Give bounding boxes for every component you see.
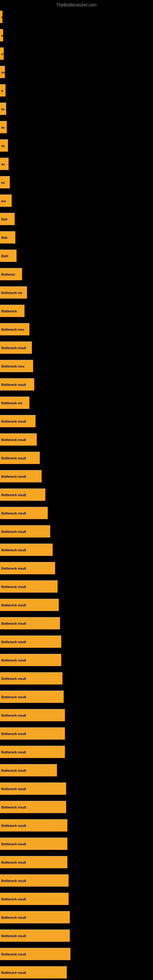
bottleneck-bar-container: Bottleneck result — [0, 929, 70, 942]
bottleneck-bar: Bottleneck result — [0, 783, 66, 795]
bottleneck-bar: Bottleneck result — [0, 470, 41, 482]
bottleneck-bar-container: Bottleneck result — [0, 746, 65, 758]
bottleneck-bar-container: B — [0, 48, 4, 60]
bottleneck-bar-container: Bottleneck result — [0, 378, 34, 390]
bottleneck-bar-container: Bottleneck result — [0, 856, 67, 868]
bottleneck-bar-container: Bottleneck resu — [0, 360, 33, 372]
bottleneck-bar: Bottleneck result — [0, 727, 65, 740]
bottleneck-bar-container: Bo — [0, 139, 8, 151]
bottleneck-bar-container: Bottleneck result — [0, 764, 57, 776]
bottleneck-bar: Bottleneck result — [0, 929, 70, 942]
bottleneck-bar-container: Bottleneck result — [0, 874, 69, 886]
bottleneck-bar-container: Bottlenec — [0, 268, 22, 280]
bottleneck-bar: Bottleneck result — [0, 635, 61, 648]
bottleneck-bar: Bottleneck res — [0, 396, 29, 409]
bottleneck-bar: Bottleneck result — [0, 966, 67, 978]
bottleneck-bar-container: Bottleneck result — [0, 470, 41, 482]
bottleneck-bar-container: Bot — [0, 194, 12, 207]
bottleneck-bar: Bottleneck resu — [0, 323, 29, 335]
bottleneck-bar: Bott — [0, 213, 15, 225]
bottleneck-bar-container: Bottleneck result — [0, 727, 65, 740]
bottleneck-bar-container: Bottleneck result — [0, 342, 32, 354]
bottleneck-bar-container: Bottleneck result — [0, 819, 67, 832]
bottleneck-bar-container: Bottleneck result — [0, 488, 45, 501]
bottleneck-bar: Bottl — [0, 250, 16, 262]
bottleneck-bar: Bottleneck result — [0, 801, 66, 813]
bottleneck-bar: Bo — [0, 139, 8, 151]
bottleneck-bar-container: B — [0, 29, 3, 41]
bottleneck-bar: Bottleneck result — [0, 746, 65, 758]
bottleneck-bar-container: Bottleneck result — [0, 783, 66, 795]
bottleneck-bar-container: Bottleneck result — [0, 452, 40, 464]
bottleneck-bar: Bottleneck result — [0, 378, 34, 390]
bottleneck-bar: B — [0, 48, 4, 60]
bottleneck-bar: Bo — [0, 121, 7, 133]
bottleneck-bar-container: B — [0, 84, 5, 97]
bottleneck-bar-container: Bottleneck result — [0, 433, 37, 445]
bottleneck-bar: Bottleneck result — [0, 507, 48, 519]
bottleneck-bar: Bottleneck result — [0, 874, 69, 886]
bottleneck-bar: Bottleneck result — [0, 672, 62, 684]
site-title: TheBottlenecker.com — [56, 2, 97, 7]
bottleneck-bar: Bottleneck result — [0, 525, 50, 538]
bottleneck-bar: B — [0, 29, 3, 41]
bottleneck-bar: Bottleneck result — [0, 544, 53, 556]
bottleneck-bar-container: Bottleneck result — [0, 893, 69, 905]
bottleneck-bar-container: Bott — [0, 231, 15, 243]
bottleneck-bar-container: Bottleneck result — [0, 562, 55, 574]
bottleneck-bar: Bottleneck result — [0, 819, 67, 832]
bottleneck-bar-container: Bottleneck result — [0, 635, 61, 648]
bottleneck-bar: Bottleneck result — [0, 562, 55, 574]
bottleneck-bar-container: Bo — [0, 103, 6, 115]
bottleneck-bar: Bottleneck result — [0, 580, 57, 593]
bottleneck-bar: Bottleneck result — [0, 433, 37, 445]
bottleneck-bar-container: Bo — [0, 121, 7, 133]
bottleneck-bar-container: Bottleneck result — [0, 672, 62, 684]
bottleneck-bar: Bottleneck result — [0, 342, 32, 354]
bottleneck-bar-container: Bottleneck result — [0, 838, 67, 850]
bottleneck-bar: Bottleneck result — [0, 488, 45, 501]
bottleneck-bar-container: Bottleneck — [0, 305, 24, 317]
bottleneck-bar-container: Bo — [0, 158, 9, 170]
bottleneck-bar-container: Bo — [0, 66, 5, 78]
bottleneck-bar-container: Bottleneck result — [0, 415, 35, 427]
bottleneck-bar: Bottleneck result — [0, 856, 67, 868]
bottleneck-bar: Bottleneck resu — [0, 360, 33, 372]
bottleneck-bar-container: Bottleneck result — [0, 654, 61, 666]
bottleneck-bar: Bo — [0, 176, 10, 188]
bottleneck-bar: B — [0, 11, 2, 23]
bottleneck-bar-container: Bottl — [0, 250, 16, 262]
bottleneck-bar-container: Bottleneck result — [0, 507, 48, 519]
bottleneck-bar: Bottleneck result — [0, 599, 59, 611]
bottleneck-bar: Bottlenec — [0, 268, 22, 280]
bottleneck-bar-container: Bottleneck result — [0, 966, 67, 978]
bottleneck-bar: Bottleneck result — [0, 764, 57, 776]
bottleneck-bar: Bo — [0, 103, 6, 115]
bottleneck-bar: Bottleneck result — [0, 654, 61, 666]
bottleneck-bar-container: Bottleneck result — [0, 948, 70, 960]
bottleneck-bar-container: Bottleneck result — [0, 911, 70, 923]
bottleneck-bar-container: Bottleneck res — [0, 396, 29, 409]
bottleneck-bar-container: Bottleneck result — [0, 709, 65, 721]
bottleneck-bar: Bottleneck result — [0, 415, 35, 427]
bottleneck-bar-container: Bottleneck result — [0, 801, 66, 813]
bottleneck-bar: Bo — [0, 66, 5, 78]
bottleneck-bar: Bott — [0, 231, 15, 243]
bottleneck-bar: Bottleneck — [0, 305, 24, 317]
bottleneck-bar-container: Bottleneck result — [0, 544, 53, 556]
bottleneck-bar: Bottleneck result — [0, 838, 67, 850]
bottleneck-bar-container: Bo — [0, 176, 10, 188]
bottleneck-bar-container: B — [0, 11, 2, 23]
bottleneck-bar: Bottleneck result — [0, 709, 65, 721]
bottleneck-bar-container: Bottleneck result — [0, 617, 60, 629]
bottleneck-bar-container: Bottleneck res — [0, 286, 27, 299]
bottleneck-bar: Bottleneck result — [0, 948, 70, 960]
bottleneck-bar: B — [0, 84, 5, 97]
bottleneck-bar: Bottleneck result — [0, 452, 40, 464]
bottleneck-bar: Bottleneck result — [0, 690, 64, 703]
bottleneck-bar-container: Bottleneck result — [0, 690, 64, 703]
bottleneck-bar: Bottleneck result — [0, 893, 69, 905]
bottleneck-bar-container: Bott — [0, 213, 15, 225]
bottleneck-bar-container: Bottleneck result — [0, 525, 50, 538]
bottleneck-bar-container: Bottleneck resu — [0, 323, 29, 335]
